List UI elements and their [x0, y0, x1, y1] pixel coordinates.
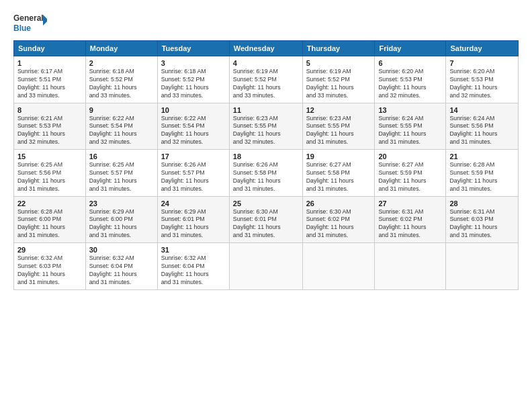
calendar-weekday-header: Wednesday: [229, 41, 302, 56]
logo: General Blue: [13, 11, 47, 35]
day-info: Sunrise: 6:28 AM Sunset: 5:59 PM Dayligh…: [449, 161, 515, 193]
day-number: 6: [378, 59, 442, 67]
calendar-day-cell: 22Sunrise: 6:28 AM Sunset: 6:00 PM Dayli…: [14, 196, 86, 243]
day-number: 14: [449, 106, 515, 114]
day-number: 3: [161, 59, 226, 67]
day-info: Sunrise: 6:28 AM Sunset: 6:00 PM Dayligh…: [17, 208, 82, 240]
day-number: 4: [233, 59, 299, 67]
calendar-weekday-header: Saturday: [446, 41, 519, 56]
day-info: Sunrise: 6:27 AM Sunset: 5:58 PM Dayligh…: [306, 161, 371, 193]
day-info: Sunrise: 6:27 AM Sunset: 5:59 PM Dayligh…: [378, 161, 442, 193]
day-info: Sunrise: 6:30 AM Sunset: 6:01 PM Dayligh…: [233, 208, 299, 240]
calendar-day-cell: 28Sunrise: 6:31 AM Sunset: 6:03 PM Dayli…: [446, 196, 519, 243]
day-info: Sunrise: 6:20 AM Sunset: 5:53 PM Dayligh…: [378, 68, 442, 100]
day-info: Sunrise: 6:29 AM Sunset: 6:01 PM Dayligh…: [161, 208, 226, 240]
calendar-day-cell: 5Sunrise: 6:19 AM Sunset: 5:52 PM Daylig…: [302, 56, 375, 103]
calendar-weekday-header: Monday: [85, 41, 157, 56]
calendar-day-cell: 9Sunrise: 6:22 AM Sunset: 5:54 PM Daylig…: [85, 103, 157, 150]
calendar-week-row: 22Sunrise: 6:28 AM Sunset: 6:00 PM Dayli…: [14, 196, 519, 243]
day-number: 30: [89, 246, 154, 254]
day-info: Sunrise: 6:18 AM Sunset: 5:52 PM Dayligh…: [89, 68, 154, 100]
calendar-day-cell: 23Sunrise: 6:29 AM Sunset: 6:00 PM Dayli…: [85, 196, 157, 243]
calendar-day-cell: 15Sunrise: 6:25 AM Sunset: 5:56 PM Dayli…: [14, 150, 86, 197]
day-number: 21: [449, 152, 515, 161]
calendar-weekday-header: Thursday: [302, 41, 375, 56]
calendar-table: SundayMondayTuesdayWednesdayThursdayFrid…: [13, 40, 519, 290]
day-number: 7: [449, 59, 515, 67]
day-info: Sunrise: 6:21 AM Sunset: 5:53 PM Dayligh…: [17, 115, 82, 147]
calendar-day-cell: 8Sunrise: 6:21 AM Sunset: 5:53 PM Daylig…: [14, 103, 86, 150]
day-info: Sunrise: 6:23 AM Sunset: 5:55 PM Dayligh…: [233, 115, 299, 147]
calendar-day-cell: 14Sunrise: 6:24 AM Sunset: 5:56 PM Dayli…: [446, 103, 519, 150]
day-info: Sunrise: 6:19 AM Sunset: 5:52 PM Dayligh…: [306, 68, 371, 100]
calendar-day-cell: 10Sunrise: 6:22 AM Sunset: 5:54 PM Dayli…: [157, 103, 229, 150]
calendar-day-cell: 26Sunrise: 6:30 AM Sunset: 6:02 PM Dayli…: [302, 196, 375, 243]
day-info: Sunrise: 6:26 AM Sunset: 5:58 PM Dayligh…: [233, 161, 299, 193]
day-number: 2: [89, 59, 154, 67]
day-number: 25: [233, 199, 299, 208]
calendar-day-cell: 11Sunrise: 6:23 AM Sunset: 5:55 PM Dayli…: [229, 103, 302, 150]
calendar-day-cell: [229, 243, 302, 290]
day-number: 9: [89, 106, 154, 114]
day-number: 31: [161, 246, 226, 254]
calendar-day-cell: [375, 243, 446, 290]
calendar-week-row: 1Sunrise: 6:17 AM Sunset: 5:51 PM Daylig…: [14, 56, 519, 103]
calendar-day-cell: [302, 243, 375, 290]
day-number: 27: [378, 199, 442, 208]
calendar-day-cell: 3Sunrise: 6:18 AM Sunset: 5:52 PM Daylig…: [157, 56, 229, 103]
calendar-day-cell: 13Sunrise: 6:24 AM Sunset: 5:55 PM Dayli…: [375, 103, 446, 150]
day-number: 5: [306, 59, 371, 67]
day-number: 11: [233, 106, 299, 114]
calendar-day-cell: 17Sunrise: 6:26 AM Sunset: 5:57 PM Dayli…: [157, 150, 229, 197]
day-info: Sunrise: 6:17 AM Sunset: 5:51 PM Dayligh…: [17, 68, 82, 100]
svg-text:General: General: [13, 13, 44, 23]
day-number: 16: [89, 152, 154, 161]
day-number: 15: [17, 152, 82, 161]
day-number: 23: [89, 199, 154, 208]
day-info: Sunrise: 6:32 AM Sunset: 6:04 PM Dayligh…: [161, 255, 226, 287]
day-info: Sunrise: 6:32 AM Sunset: 6:03 PM Dayligh…: [17, 255, 82, 287]
day-info: Sunrise: 6:22 AM Sunset: 5:54 PM Dayligh…: [161, 115, 226, 147]
calendar-day-cell: 20Sunrise: 6:27 AM Sunset: 5:59 PM Dayli…: [375, 150, 446, 197]
day-number: 18: [233, 152, 299, 161]
calendar-header-row: SundayMondayTuesdayWednesdayThursdayFrid…: [14, 41, 519, 56]
day-number: 29: [17, 246, 82, 254]
calendar-weekday-header: Friday: [375, 41, 446, 56]
calendar-day-cell: 7Sunrise: 6:20 AM Sunset: 5:53 PM Daylig…: [446, 56, 519, 103]
day-number: 12: [306, 106, 371, 114]
day-info: Sunrise: 6:31 AM Sunset: 6:03 PM Dayligh…: [449, 208, 515, 240]
day-number: 19: [306, 152, 371, 161]
calendar-day-cell: 16Sunrise: 6:25 AM Sunset: 5:57 PM Dayli…: [85, 150, 157, 197]
calendar-week-row: 8Sunrise: 6:21 AM Sunset: 5:53 PM Daylig…: [14, 103, 519, 150]
svg-text:Blue: Blue: [13, 24, 31, 33]
day-info: Sunrise: 6:18 AM Sunset: 5:52 PM Dayligh…: [161, 68, 226, 100]
page: General Blue SundayMondayTuesdayWednesda…: [0, 0, 532, 411]
day-info: Sunrise: 6:23 AM Sunset: 5:55 PM Dayligh…: [306, 115, 371, 147]
calendar-day-cell: 24Sunrise: 6:29 AM Sunset: 6:01 PM Dayli…: [157, 196, 229, 243]
day-info: Sunrise: 6:30 AM Sunset: 6:02 PM Dayligh…: [306, 208, 371, 240]
calendar-day-cell: 30Sunrise: 6:32 AM Sunset: 6:04 PM Dayli…: [85, 243, 157, 290]
calendar-week-row: 29Sunrise: 6:32 AM Sunset: 6:03 PM Dayli…: [14, 243, 519, 290]
day-number: 24: [161, 199, 226, 208]
calendar-day-cell: 4Sunrise: 6:19 AM Sunset: 5:52 PM Daylig…: [229, 56, 302, 103]
day-info: Sunrise: 6:25 AM Sunset: 5:56 PM Dayligh…: [17, 161, 82, 193]
calendar-body: 1Sunrise: 6:17 AM Sunset: 5:51 PM Daylig…: [14, 56, 519, 290]
svg-marker-2: [43, 15, 47, 26]
day-number: 1: [17, 59, 82, 67]
day-number: 26: [306, 199, 371, 208]
calendar-week-row: 15Sunrise: 6:25 AM Sunset: 5:56 PM Dayli…: [14, 150, 519, 197]
day-info: Sunrise: 6:24 AM Sunset: 5:56 PM Dayligh…: [449, 115, 515, 147]
calendar-day-cell: 27Sunrise: 6:31 AM Sunset: 6:02 PM Dayli…: [375, 196, 446, 243]
calendar-day-cell: 29Sunrise: 6:32 AM Sunset: 6:03 PM Dayli…: [14, 243, 86, 290]
day-info: Sunrise: 6:20 AM Sunset: 5:53 PM Dayligh…: [449, 68, 515, 100]
day-number: 22: [17, 199, 82, 208]
day-number: 20: [378, 152, 442, 161]
logo-svg: General Blue: [13, 11, 47, 35]
day-info: Sunrise: 6:25 AM Sunset: 5:57 PM Dayligh…: [89, 161, 154, 193]
day-info: Sunrise: 6:29 AM Sunset: 6:00 PM Dayligh…: [89, 208, 154, 240]
day-info: Sunrise: 6:32 AM Sunset: 6:04 PM Dayligh…: [89, 255, 154, 287]
day-info: Sunrise: 6:26 AM Sunset: 5:57 PM Dayligh…: [161, 161, 226, 193]
calendar-day-cell: 31Sunrise: 6:32 AM Sunset: 6:04 PM Dayli…: [157, 243, 229, 290]
day-number: 28: [449, 199, 515, 208]
day-number: 8: [17, 106, 82, 114]
